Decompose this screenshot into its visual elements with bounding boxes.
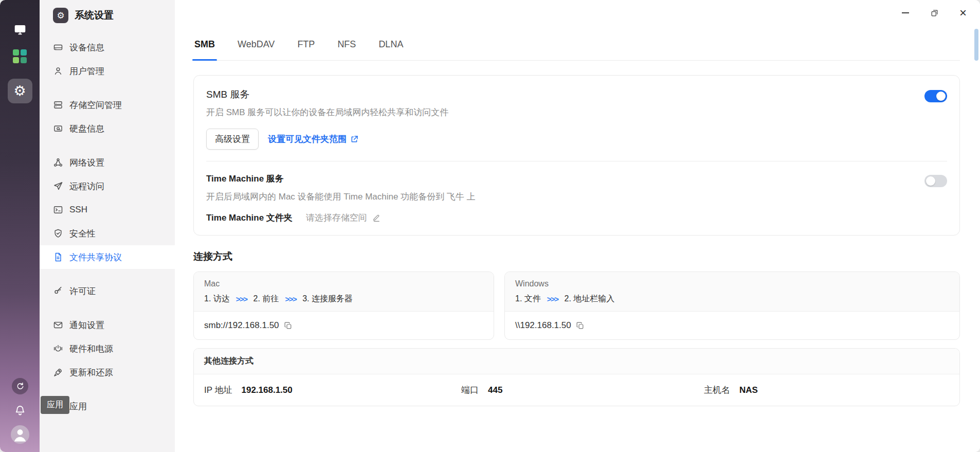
tab-ftp[interactable]: FTP (296, 29, 316, 60)
sidebar-header: ⚙ 系统设置 (40, 0, 175, 30)
sidebar-item-license[interactable]: 许可证 (40, 279, 175, 303)
sidebar-item-device-info[interactable]: 设备信息 (40, 35, 175, 59)
step-arrow-icon: >>> (547, 295, 558, 303)
ip-address-value: 192.168.1.50 (241, 385, 292, 395)
mac-step: 3. 连接服务器 (302, 294, 353, 304)
sidebar-item-update-restore[interactable]: 更新和还原 (40, 360, 175, 384)
tab-label: FTP (297, 39, 315, 50)
smb-actions-row: 高级设置 设置可见文件夹范围 (206, 129, 924, 150)
ip-address-label: IP 地址 (204, 384, 232, 396)
tab-label: SMB (194, 39, 215, 50)
copy-windows-address-button[interactable] (576, 321, 585, 330)
sidebar-item-label: 更新和还原 (69, 367, 113, 378)
mac-step: 2. 前往 (253, 294, 279, 304)
smb-service-toggle[interactable] (924, 90, 947, 102)
ip-address-group: IP 地址 192.168.1.50 (204, 384, 461, 396)
storage-icon (53, 100, 63, 110)
window-controls: × (888, 3, 975, 23)
rail-app-center-button[interactable] (13, 49, 27, 63)
rail-settings-button[interactable]: ⚙ (8, 79, 32, 103)
time-machine-section: Time Machine 服务 开启后局域网内的 Mac 设备能使用 Time … (206, 173, 947, 224)
sidebar-item-file-sharing[interactable]: 文件共享协议 (40, 245, 175, 269)
time-machine-toggle[interactable] (924, 175, 947, 187)
sidebar-item-notification-settings[interactable]: 通知设置 (40, 313, 175, 337)
sidebar-nav: 设备信息 用户管理 存储空间管理 硬盘信息 网络设置 (40, 35, 175, 418)
remote-icon (53, 181, 63, 191)
copy-mac-address-button[interactable] (284, 321, 293, 330)
sidebar-item-disk-info[interactable]: 硬盘信息 (40, 117, 175, 140)
rail-notifications-button[interactable] (12, 403, 28, 418)
rail-update-button[interactable] (12, 378, 28, 394)
user-icon (53, 66, 63, 76)
hostname-label: 主机名 (704, 384, 730, 396)
sidebar-item-label: 文件共享协议 (69, 251, 122, 263)
sidebar-item-label: 硬件和电源 (69, 343, 113, 355)
tab-webdav[interactable]: WebDAV (237, 29, 276, 60)
visible-folder-scope-label: 设置可见文件夹范围 (268, 133, 347, 145)
sidebar-item-label: 网络设置 (69, 157, 104, 169)
maximize-button[interactable] (922, 3, 946, 23)
windows-step: 1. 文件 (515, 294, 541, 304)
mac-address: smb://192.168.1.50 (204, 320, 279, 331)
device-info-icon (53, 42, 63, 52)
rail-devices-button[interactable] (12, 23, 28, 36)
smb-service-title: SMB 服务 (206, 88, 924, 101)
sidebar-item-label: 安全性 (69, 228, 96, 240)
advanced-settings-button[interactable]: 高级设置 (206, 129, 259, 150)
rail-bottom-group (11, 378, 29, 444)
mac-step: 1. 访达 (204, 294, 230, 304)
edit-folder-button[interactable] (372, 214, 380, 222)
sidebar-item-storage-management[interactable]: 存储空间管理 (40, 93, 175, 117)
smb-service-panel: SMB 服务 开启 SMB 服务可以让你的设备在局域网内轻松共享和访问文件 高级… (193, 75, 960, 236)
app-center-icon (13, 49, 27, 63)
port-group: 端口 445 (461, 384, 704, 396)
gear-icon: ⚙ (13, 84, 26, 98)
key-icon (53, 286, 63, 296)
power-icon (53, 343, 63, 354)
content-area: SMB WebDAV FTP NFS DLNA SMB 服务 开启 SMB 服务… (175, 29, 980, 452)
windows-steps: 1. 文件 >>> 2. 地址栏输入 (515, 294, 949, 304)
tab-nfs[interactable]: NFS (336, 29, 357, 60)
sidebar-item-ssh[interactable]: SSH (40, 198, 175, 222)
sidebar-item-label: SSH (69, 205, 87, 215)
sidebar-item-label: 通知设置 (69, 319, 104, 331)
app-window: ⚙ (0, 0, 980, 452)
visible-folder-scope-link[interactable]: 设置可见文件夹范围 (268, 133, 358, 145)
time-machine-title: Time Machine 服务 (206, 173, 924, 185)
other-connection-card: 其他连接方式 IP 地址 192.168.1.50 端口 445 主机名 NAS (193, 348, 960, 406)
sidebar-item-security[interactable]: 安全性 (40, 222, 175, 245)
hostname-group: 主机名 NAS (704, 384, 949, 396)
rail-account-button[interactable] (11, 425, 29, 444)
time-machine-text: Time Machine 服务 开启后局域网内的 Mac 设备能使用 Time … (206, 173, 924, 224)
monitor-icon (13, 23, 27, 36)
vertical-scrollbar-thumb[interactable] (974, 29, 978, 61)
sidebar-item-label: 设备信息 (69, 42, 104, 53)
sidebar-item-user-management[interactable]: 用户管理 (40, 59, 175, 83)
mac-steps: 1. 访达 >>> 2. 前往 >>> 3. 连接服务器 (204, 294, 483, 304)
tab-label: WebDAV (238, 39, 275, 50)
main-panel: × SMB WebDAV FTP NFS DLNA SMB 服务 开启 SMB … (175, 0, 980, 452)
sidebar-item-remote-access[interactable]: 远程访问 (40, 174, 175, 198)
rocket-icon (53, 367, 63, 377)
minimize-button[interactable] (894, 3, 917, 23)
network-icon (53, 157, 63, 168)
connection-cards-row: Mac 1. 访达 >>> 2. 前往 >>> 3. 连接服务器 smb://1… (193, 272, 960, 340)
mac-connection-card: Mac 1. 访达 >>> 2. 前往 >>> 3. 连接服务器 smb://1… (193, 272, 494, 340)
sidebar-item-network-settings[interactable]: 网络设置 (40, 151, 175, 174)
time-machine-folder-label: Time Machine 文件夹 (206, 212, 293, 224)
copy-icon (576, 321, 585, 330)
time-machine-description: 开启后局域网内的 Mac 设备能使用 Time Machine 功能备份到 飞牛… (206, 191, 924, 203)
protocol-tabs: SMB WebDAV FTP NFS DLNA (193, 29, 960, 61)
tab-smb[interactable]: SMB (193, 29, 216, 60)
restore-icon (930, 9, 939, 17)
copy-icon (284, 321, 293, 330)
windows-card-header: Windows 1. 文件 >>> 2. 地址栏输入 (505, 272, 959, 312)
tab-dlna[interactable]: DLNA (377, 29, 404, 60)
connection-section-title: 连接方式 (193, 250, 960, 263)
sidebar-item-hardware-power[interactable]: 硬件和电源 (40, 337, 175, 360)
disk-icon (53, 123, 63, 134)
titlebar: × (175, 0, 980, 29)
step-arrow-icon: >>> (285, 295, 296, 303)
close-button[interactable]: × (951, 3, 975, 23)
sidebar-group-gap (40, 140, 175, 151)
